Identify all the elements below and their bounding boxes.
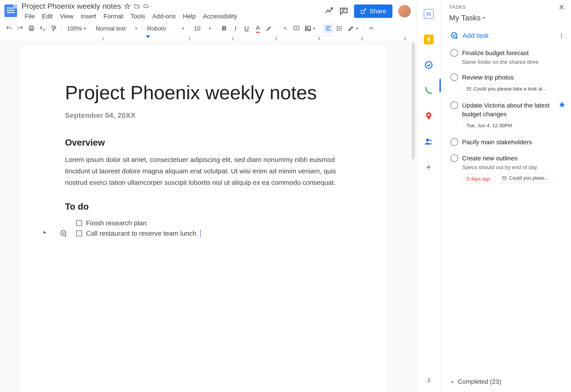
task-title[interactable]: Create new outlines <box>462 154 566 163</box>
comment-icon[interactable] <box>339 7 348 16</box>
task-item[interactable]: Update Victoria about the latest budget … <box>441 98 571 134</box>
add-addon-icon[interactable]: + <box>426 162 431 172</box>
task-complete-toggle[interactable] <box>450 101 458 109</box>
more-options-icon[interactable] <box>557 32 566 40</box>
contacts-icon[interactable] <box>424 137 434 146</box>
insert-image-select[interactable]: ▾ <box>303 25 317 32</box>
cloud-saved-icon[interactable] <box>143 3 149 9</box>
document-scroll[interactable]: Project Phoenix weekly notes September 0… <box>0 41 416 392</box>
checkbox-icon[interactable] <box>76 220 82 226</box>
docs-app-icon[interactable] <box>3 3 19 19</box>
star-filled-icon[interactable] <box>558 101 566 108</box>
svg-point-16 <box>561 37 562 38</box>
zoom-select[interactable]: 100%▾ <box>65 25 88 32</box>
link-icon[interactable] <box>280 24 290 33</box>
overdue-chip[interactable]: 3 days ago <box>462 174 495 184</box>
svg-point-15 <box>561 35 562 36</box>
paint-format-icon[interactable] <box>49 24 59 33</box>
star-icon[interactable] <box>124 3 130 9</box>
editing-mode-select[interactable]: ▾ <box>346 25 360 32</box>
activity-icon[interactable] <box>325 7 333 16</box>
task-complete-toggle[interactable] <box>450 73 458 81</box>
menu-insert[interactable]: Insert <box>78 12 100 21</box>
task-complete-toggle[interactable] <box>450 49 458 57</box>
completed-toggle[interactable]: ▸ Completed (23) <box>441 373 571 392</box>
task-complete-toggle[interactable] <box>450 154 458 162</box>
menu-tools[interactable]: Tools <box>127 12 148 21</box>
document-title[interactable]: Project Phoenix weekly notes <box>22 2 121 11</box>
todo-text[interactable]: Finish research plan <box>86 219 147 227</box>
doc-date[interactable]: September 04, 20XX <box>65 111 343 120</box>
menu-addons[interactable]: Add-ons <box>149 12 179 21</box>
ruler[interactable]: 1 1 2 3 4 5 6 <box>0 36 416 41</box>
underline-icon[interactable]: U <box>242 24 251 33</box>
overview-heading[interactable]: Overview <box>65 138 343 148</box>
share-label: Share <box>369 8 386 15</box>
italic-icon[interactable]: I <box>230 24 240 33</box>
todo-item[interactable]: ➤ Call restaurant to reserve team lunch <box>76 228 343 238</box>
scrollbar[interactable] <box>412 42 415 159</box>
task-title[interactable]: Pacify main stakeholders <box>462 138 566 146</box>
menu-format[interactable]: Format <box>100 12 127 21</box>
redo-icon[interactable] <box>15 24 25 33</box>
ruler-tick: 6 <box>404 36 406 41</box>
task-complete-toggle[interactable] <box>450 138 458 146</box>
bold-icon[interactable]: B <box>219 24 229 33</box>
move-folder-icon[interactable] <box>134 3 140 9</box>
task-item[interactable]: Pacify main stakeholders <box>441 134 571 150</box>
task-item[interactable]: Review trip photos Could you please take… <box>441 70 571 98</box>
menu-help[interactable]: Help <box>180 12 199 21</box>
calendar-icon[interactable]: 31 <box>424 9 434 19</box>
menu-edit[interactable]: Edit <box>39 12 56 21</box>
chevron-right-icon: ▸ <box>452 379 454 384</box>
account-avatar[interactable] <box>398 5 411 17</box>
svg-rect-4 <box>52 26 55 28</box>
undo-icon[interactable] <box>4 24 14 33</box>
add-comment-icon[interactable] <box>292 24 301 33</box>
maps-icon[interactable] <box>424 111 434 121</box>
keep-icon[interactable] <box>424 34 434 44</box>
align-left-icon[interactable] <box>323 24 333 33</box>
text-color-icon[interactable]: A <box>253 24 263 33</box>
task-title[interactable]: Update Victoria about the latest budget … <box>462 101 555 118</box>
document-page[interactable]: Project Phoenix weekly notes September 0… <box>20 46 388 392</box>
menu-accessibility[interactable]: Accessibility <box>200 12 240 21</box>
line-spacing-icon[interactable] <box>335 24 344 33</box>
spellcheck-icon[interactable] <box>38 24 47 33</box>
task-list-select[interactable]: My Tasks ▾ <box>449 14 485 22</box>
todo-heading[interactable]: To do <box>65 202 343 212</box>
tasks-icon[interactable] <box>424 60 434 70</box>
svg-point-8 <box>61 230 66 236</box>
font-size-select[interactable]: 10▾ <box>192 25 213 32</box>
rail-active-indicator <box>440 79 441 92</box>
checkbox-icon[interactable] <box>76 230 82 236</box>
voice-icon[interactable] <box>424 85 434 96</box>
todo-item[interactable]: Finish research plan <box>76 218 343 228</box>
overview-body[interactable]: Lorem ipsum dolor sit amet, consectetuer… <box>65 154 343 188</box>
menu-file[interactable]: File <box>22 12 38 21</box>
task-desc: Specs should out by end of day <box>462 164 566 171</box>
paragraph-style-select[interactable]: Normal text▾ <box>94 25 139 32</box>
menu-view[interactable]: View <box>57 12 76 21</box>
date-chip[interactable]: Tue, Jun 4, 12:30PM <box>462 121 516 131</box>
add-task-button[interactable]: Add task <box>441 28 571 45</box>
email-chip[interactable]: Could you please take a look at... <box>462 84 551 94</box>
cursor-icon: ➤ <box>43 230 46 235</box>
doc-heading[interactable]: Project Phoenix weekly notes <box>65 82 343 104</box>
svg-point-11 <box>426 139 429 141</box>
print-icon[interactable] <box>27 24 36 33</box>
assign-task-icon[interactable] <box>60 229 68 238</box>
email-chip[interactable]: Could you pleas... <box>498 173 553 183</box>
highlight-icon[interactable] <box>264 24 274 33</box>
share-button[interactable]: Share <box>354 4 392 18</box>
task-item[interactable]: Create new outlines Specs should out by … <box>441 150 571 188</box>
font-select[interactable]: Roboto▾ <box>145 25 186 32</box>
expand-rail-icon[interactable] <box>424 376 434 385</box>
task-title[interactable]: Finalize budget forecast <box>462 49 566 57</box>
collapse-toolbar-icon[interactable] <box>366 24 376 33</box>
task-title[interactable]: Review trip photos <box>462 73 566 82</box>
task-item[interactable]: Finalize budget forecast Same folder on … <box>441 45 571 70</box>
indent-marker[interactable] <box>146 35 150 38</box>
todo-text[interactable]: Call restaurant to reserve team lunch <box>86 230 196 237</box>
close-icon[interactable] <box>557 3 566 11</box>
